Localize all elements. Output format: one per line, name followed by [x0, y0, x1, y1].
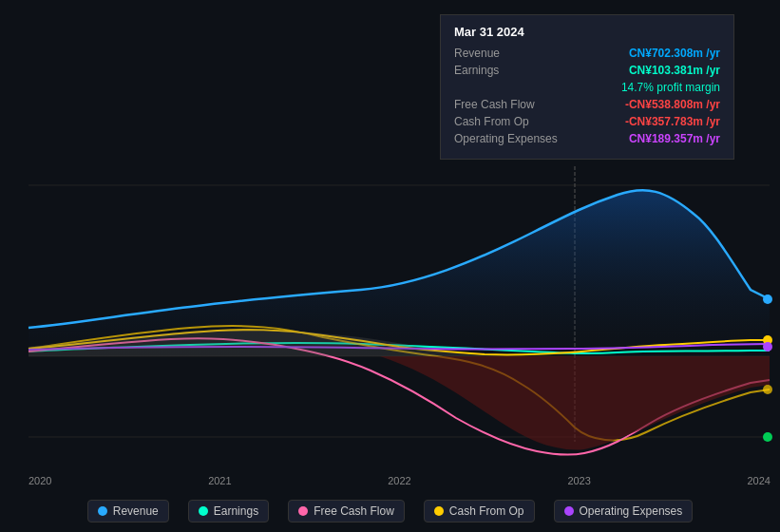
x-label-2021: 2021: [208, 475, 231, 486]
legend-label-opex: Operating Expenses: [580, 504, 683, 518]
bottom-dot: [763, 432, 772, 442]
legend-dot-revenue: [98, 506, 107, 516]
tooltip-label-opex: Operating Expenses: [454, 132, 558, 145]
chart-container: Mar 31 2024 Revenue CN¥702.308m /yr Earn…: [0, 0, 780, 532]
tooltip-date: Mar 31 2024: [454, 25, 720, 39]
x-label-2020: 2020: [29, 475, 51, 486]
legend-dot-cashfromop: [434, 506, 444, 516]
tooltip-value-earnings: CN¥103.381m /yr: [629, 64, 720, 77]
revenue-dot: [763, 294, 772, 304]
chart-svg: [0, 138, 780, 532]
tooltip-label-cashfromop: Cash From Op: [454, 115, 529, 128]
tooltip-row-revenue: Revenue CN¥702.308m /yr: [454, 47, 720, 60]
tooltip-value-cashfromop: -CN¥357.783m /yr: [625, 115, 720, 128]
legend-item-opex[interactable]: Operating Expenses: [554, 500, 694, 522]
tooltip-box: Mar 31 2024 Revenue CN¥702.308m /yr Earn…: [440, 14, 734, 160]
legend-item-earnings[interactable]: Earnings: [188, 500, 269, 522]
x-labels: 2020 2021 2022 2023 2024: [29, 475, 770, 486]
tooltip-value-fcf: -CN¥538.808m /yr: [625, 98, 720, 111]
tooltip-row-cashfromop: Cash From Op -CN¥357.783m /yr: [454, 115, 720, 128]
x-label-2023: 2023: [567, 475, 590, 486]
purple-dot: [763, 342, 772, 352]
legend-dot-earnings: [199, 506, 208, 516]
legend-label-revenue: Revenue: [113, 504, 159, 518]
tooltip-label-fcf: Free Cash Flow: [454, 98, 535, 111]
legend: Revenue Earnings Free Cash Flow Cash Fro…: [0, 500, 780, 522]
tooltip-value-revenue: CN¥702.308m /yr: [629, 47, 720, 60]
cashfromop-dot: [763, 385, 772, 394]
profit-margin-text: 14.7% profit margin: [621, 81, 720, 94]
tooltip-label-earnings: Earnings: [454, 64, 499, 77]
legend-label-fcf: Free Cash Flow: [314, 504, 394, 518]
x-label-2024: 2024: [748, 475, 770, 486]
legend-item-cashfromop[interactable]: Cash From Op: [424, 500, 535, 522]
tooltip-row-fcf: Free Cash Flow -CN¥538.808m /yr: [454, 98, 720, 111]
legend-dot-fcf: [298, 506, 308, 516]
legend-item-fcf[interactable]: Free Cash Flow: [288, 500, 405, 522]
legend-item-revenue[interactable]: Revenue: [87, 500, 169, 522]
tooltip-row-earnings: Earnings CN¥103.381m /yr: [454, 64, 720, 77]
tooltip-label-revenue: Revenue: [454, 47, 500, 60]
x-label-2022: 2022: [388, 475, 410, 486]
legend-label-cashfromop: Cash From Op: [449, 504, 524, 518]
legend-dot-opex: [564, 506, 574, 516]
profit-margin-row: 14.7% profit margin: [454, 81, 720, 94]
tooltip-row-opex: Operating Expenses CN¥189.357m /yr: [454, 132, 720, 145]
legend-label-earnings: Earnings: [214, 504, 258, 518]
tooltip-value-opex: CN¥189.357m /yr: [629, 132, 720, 145]
